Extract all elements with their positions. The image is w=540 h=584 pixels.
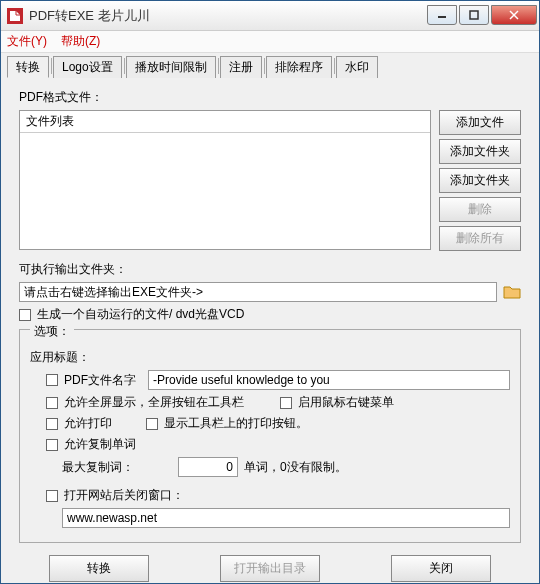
fullscreen-label: 允许全屏显示，全屏按钮在工具栏 <box>64 394 274 411</box>
app-window: PDF转EXE 老片儿川 文件(Y) 帮助(Z) 转换 Logo设置 播放时间限… <box>0 0 540 584</box>
menu-help[interactable]: 帮助(Z) <box>61 33 100 50</box>
autorun-label: 生成一个自动运行的文件/ dvd光盘VCD <box>37 306 244 323</box>
maximize-button[interactable] <box>459 5 489 25</box>
delete-button[interactable]: 删除 <box>439 197 521 222</box>
svg-rect-2 <box>470 11 478 19</box>
url-input[interactable] <box>62 508 510 528</box>
pdf-filename-label: PDF文件名字 <box>64 372 142 389</box>
rightclick-checkbox[interactable] <box>280 397 292 409</box>
add-folder-button-2[interactable]: 添加文件夹 <box>439 168 521 193</box>
pdf-files-label: PDF格式文件： <box>19 89 521 106</box>
show-print-btn-checkbox[interactable] <box>146 418 158 430</box>
delete-all-button[interactable]: 删除所有 <box>439 226 521 251</box>
open-output-button[interactable]: 打开输出目录 <box>220 555 320 582</box>
options-title: 选项： <box>30 323 74 340</box>
tab-logo[interactable]: Logo设置 <box>53 56 122 78</box>
window-controls <box>425 5 537 27</box>
add-folder-button-1[interactable]: 添加文件夹 <box>439 139 521 164</box>
pdf-filename-checkbox[interactable] <box>46 374 58 386</box>
fullscreen-checkbox[interactable] <box>46 397 58 409</box>
allow-copy-checkbox[interactable] <box>46 439 58 451</box>
menubar: 文件(Y) 帮助(Z) <box>1 31 539 53</box>
rightclick-label: 启用鼠标右键菜单 <box>298 394 394 411</box>
tab-timelimit[interactable]: 播放时间限制 <box>126 56 216 78</box>
tab-register[interactable]: 注册 <box>220 56 262 78</box>
words-note: 单词，0没有限制。 <box>244 459 347 476</box>
allow-print-label: 允许打印 <box>64 415 140 432</box>
convert-button[interactable]: 转换 <box>49 555 149 582</box>
close-button[interactable] <box>491 5 537 25</box>
file-list-header: 文件列表 <box>20 111 430 133</box>
app-title-input[interactable] <box>148 370 510 390</box>
window-title: PDF转EXE 老片儿川 <box>29 7 425 25</box>
tabstrip: 转换 Logo设置 播放时间限制 注册 排除程序 水印 <box>7 55 533 77</box>
close-app-button[interactable]: 关闭 <box>391 555 491 582</box>
tab-exclude[interactable]: 排除程序 <box>266 56 332 78</box>
show-print-btn-label: 显示工具栏上的打印按钮。 <box>164 415 308 432</box>
output-folder-label: 可执行输出文件夹： <box>19 261 521 278</box>
max-copy-input[interactable] <box>178 457 238 477</box>
browse-folder-icon[interactable] <box>503 284 521 300</box>
tab-watermark[interactable]: 水印 <box>336 56 378 78</box>
max-copy-label: 最大复制词： <box>62 459 172 476</box>
app-title-label: 应用标题： <box>30 349 510 366</box>
close-after-label: 打开网站后关闭窗口： <box>64 487 184 504</box>
allow-copy-label: 允许复制单词 <box>64 436 136 453</box>
options-fieldset: 选项： 应用标题： PDF文件名字 允许全屏显示，全屏按钮在工具栏 启用鼠标右键… <box>19 329 521 543</box>
app-icon <box>7 8 23 24</box>
autorun-checkbox[interactable] <box>19 309 31 321</box>
tab-content: PDF格式文件： 文件列表 添加文件 添加文件夹 添加文件夹 删除 删除所有 可… <box>1 77 539 584</box>
minimize-button[interactable] <box>427 5 457 25</box>
menu-file[interactable]: 文件(Y) <box>7 33 47 50</box>
output-folder-input[interactable] <box>19 282 497 302</box>
add-file-button[interactable]: 添加文件 <box>439 110 521 135</box>
close-after-checkbox[interactable] <box>46 490 58 502</box>
file-list[interactable]: 文件列表 <box>19 110 431 250</box>
tab-convert[interactable]: 转换 <box>7 56 49 78</box>
titlebar: PDF转EXE 老片儿川 <box>1 1 539 31</box>
allow-print-checkbox[interactable] <box>46 418 58 430</box>
